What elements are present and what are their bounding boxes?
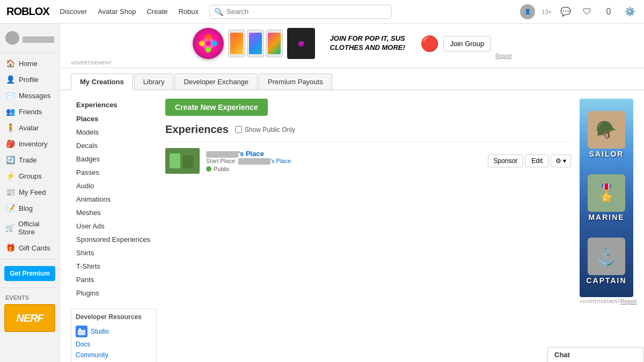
sponsor-button[interactable]: Sponsor: [488, 154, 524, 167]
gear-dropdown-button[interactable]: ⚙ ▾: [551, 154, 571, 167]
edit-button[interactable]: Edit: [525, 154, 548, 167]
ad-banner: 😈 JOIN FOR POP IT, SUS CLOTHES AND MORE!…: [60, 24, 644, 60]
dev-res-community[interactable]: Community: [76, 350, 152, 360]
tab-premium-payouts[interactable]: Premium Payouts: [259, 73, 332, 90]
join-group-button[interactable]: Join Group: [443, 36, 492, 51]
right-ad-report-link[interactable]: Report: [620, 299, 636, 305]
sidebar-label-inventory: Inventory: [19, 140, 47, 148]
settings-icon[interactable]: ⚙️: [623, 4, 638, 19]
cat-item-badges[interactable]: Badges: [71, 152, 157, 166]
search-bar[interactable]: 🔍: [209, 5, 392, 19]
show-public-label[interactable]: Show Public Only: [235, 126, 295, 134]
tab-my-creations[interactable]: My Creations: [71, 73, 133, 90]
show-public-checkbox[interactable]: [235, 126, 242, 133]
cat-item-user-ads[interactable]: User Ads: [71, 219, 157, 233]
roblox-logo[interactable]: ROBLOX: [6, 5, 49, 18]
cat-item-meshes[interactable]: Meshes: [71, 206, 157, 219]
cat-item-decals[interactable]: Decals: [71, 139, 157, 152]
ad-phones: [228, 29, 283, 57]
tab-library[interactable]: Library: [134, 73, 174, 90]
sidebar-item-friends[interactable]: 👥 Friends: [0, 104, 60, 120]
events-label: Events: [0, 291, 60, 302]
chat-bar[interactable]: Chat: [547, 347, 644, 362]
create-experience-button[interactable]: Create New Experience: [165, 99, 268, 116]
search-input[interactable]: [226, 8, 387, 16]
blog-icon: 📝: [5, 204, 15, 212]
experience-name[interactable]: 's Place: [206, 150, 481, 158]
sidebar-label-gift-cards: Gift Cards: [19, 244, 50, 252]
sidebar-avatar: [5, 31, 19, 45]
cat-item-sponsored-experiences[interactable]: Sponsored Experiences: [71, 233, 157, 246]
ad-dark-item: 😈: [287, 28, 315, 59]
sidebar-item-inventory[interactable]: 🎒 Inventory: [0, 136, 60, 152]
notifications-icon[interactable]: 🛡: [580, 4, 595, 19]
experiences-header: Experiences Show Public Only: [165, 123, 571, 136]
studio-link[interactable]: Studio: [91, 328, 109, 335]
sidebar-item-messages[interactable]: ✉️ Messages: [0, 87, 60, 104]
chat-icon-nav[interactable]: 💬: [558, 4, 573, 19]
experience-public-status: Public: [206, 166, 481, 172]
experience-start-place: Start Place: 's Place: [206, 158, 481, 165]
nerf-banner[interactable]: NERF: [4, 304, 55, 332]
cat-item-pants[interactable]: Pants: [71, 273, 157, 286]
right-ad-advertisement-text: ADVERTISEMENT: [580, 299, 620, 305]
top-navigation: ROBLOX Discover Avatar Shop Create Robux…: [0, 0, 644, 24]
experience-info: 's Place Start Place: 's Place Public: [206, 150, 481, 172]
age-badge: 13+: [541, 9, 552, 15]
sidebar-item-gift-cards[interactable]: 🎁 Gift Cards: [0, 240, 60, 256]
public-status-text: Public: [214, 166, 230, 172]
cat-item-plugins[interactable]: Plugins: [71, 286, 157, 300]
cat-item-passes[interactable]: Passes: [71, 166, 157, 179]
cat-section-title: Experiences: [71, 99, 157, 112]
community-link[interactable]: Community: [76, 351, 108, 359]
get-premium-button[interactable]: Get Premium: [4, 266, 55, 281]
nav-avatar-shop[interactable]: Avatar Shop: [98, 8, 136, 16]
right-ad-label-row: ADVERTISEMENT Report: [580, 299, 633, 305]
sidebar-item-official-store[interactable]: 🛒 Official Store: [0, 216, 60, 240]
sailor-section: 🪖 SAILOR: [588, 111, 625, 158]
nav-discover[interactable]: Discover: [60, 8, 87, 16]
cat-item-t-shirts[interactable]: T-Shirts: [71, 260, 157, 273]
sidebar-item-trade[interactable]: 🔄 Trade: [0, 152, 60, 168]
cat-item-places[interactable]: Places: [71, 112, 157, 125]
experiences-title: Experiences: [165, 123, 229, 136]
cat-item-shirts[interactable]: Shirts: [71, 246, 157, 260]
sidebar-label-messages: Messages: [19, 92, 50, 100]
sidebar-user[interactable]: [0, 28, 60, 53]
nav-robux[interactable]: Robux: [178, 8, 199, 16]
notification-count[interactable]: 0: [601, 4, 616, 19]
sidebar-item-blog[interactable]: 📝 Blog: [0, 200, 60, 216]
tabs-bar: My Creations Library Developer Exchange …: [60, 68, 644, 90]
sidebar-label-friends: Friends: [19, 108, 42, 116]
home-icon: 🏠: [5, 59, 15, 68]
sidebar-label-my-feed: My Feed: [19, 188, 46, 196]
sidebar-label-official-store: Official Store: [18, 220, 54, 236]
ad-report-link[interactable]: Report: [495, 53, 511, 59]
sidebar-item-groups[interactable]: ⚡ Groups: [0, 168, 60, 184]
sidebar-label-trade: Trade: [19, 156, 36, 164]
start-place-link[interactable]: 's Place: [238, 158, 291, 164]
cat-item-animations[interactable]: Animations: [71, 193, 157, 206]
experience-actions: Sponsor Edit ⚙ ▾: [488, 154, 571, 167]
developer-resources-box: Developer Resources Studio Docs: [71, 308, 157, 362]
profile-icon: 👤: [5, 75, 15, 84]
user-avatar-nav[interactable]: 👤: [520, 4, 535, 19]
docs-link[interactable]: Docs: [76, 341, 90, 348]
sidebar-item-my-feed[interactable]: 📰 My Feed: [0, 184, 60, 200]
svg-rect-3: [170, 153, 180, 168]
dev-res-docs[interactable]: Docs: [76, 339, 152, 350]
phone-1: [228, 29, 245, 57]
svg-rect-0: [78, 330, 85, 335]
svg-rect-4: [182, 156, 193, 168]
show-public-text: Show Public Only: [245, 126, 295, 134]
tab-developer-exchange[interactable]: Developer Exchange: [174, 73, 258, 90]
sidebar-item-avatar[interactable]: 🧍 Avatar: [0, 120, 60, 136]
cat-item-models[interactable]: Models: [71, 125, 157, 139]
nav-create[interactable]: Create: [147, 8, 167, 16]
sidebar-divider-2: [0, 287, 60, 288]
sidebar-label-profile: Profile: [19, 76, 39, 84]
sidebar-item-profile[interactable]: 👤 Profile: [0, 71, 60, 87]
sidebar-item-home[interactable]: 🏠 Home: [0, 55, 60, 71]
dev-res-studio[interactable]: Studio: [76, 324, 152, 339]
cat-item-audio[interactable]: Audio: [71, 179, 157, 193]
